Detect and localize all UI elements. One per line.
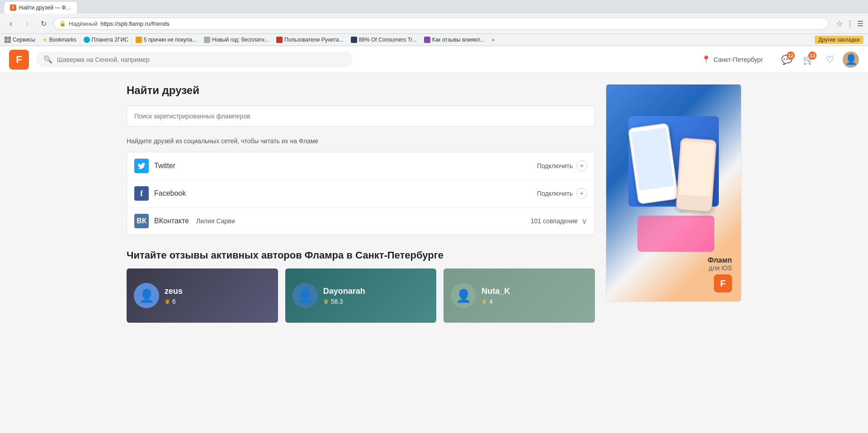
ad-label-text: Фламп	[708, 256, 732, 264]
author-avatar-nutak: 👤	[451, 283, 476, 308]
messages-badge: 12	[787, 52, 795, 60]
ad-sublabel: для iOS	[708, 264, 732, 272]
bookmark-bookmarks[interactable]: ★ Bookmarks	[42, 37, 76, 43]
bookmark-star-icon[interactable]: ☆	[836, 19, 843, 28]
plus-icon: +	[580, 162, 584, 170]
main-content: Найти друзей Найдите друзей из социальны…	[127, 84, 595, 323]
twitter-connect-action[interactable]: Подключить +	[537, 160, 587, 171]
heart-icon: ♡	[826, 54, 834, 65]
twitter-connect-label: Подключить	[537, 162, 573, 169]
browser-tabs: F Найти друзей — Фламп	[0, 0, 868, 14]
app-logo[interactable]: F	[9, 50, 29, 70]
url-text: https://spb.flamp.ru/friends	[100, 20, 170, 27]
back-button[interactable]: ‹	[5, 17, 17, 30]
5reasons-icon	[136, 37, 142, 43]
main-search-bar[interactable]: 🔍	[36, 52, 353, 67]
author-name-dayonarah: Dayonarah	[323, 287, 365, 296]
author-avatar-dayonarah: 👤	[292, 283, 318, 308]
author-avatar-zeus: 👤	[134, 283, 159, 308]
url-bar[interactable]: 🔒 Надёжный https://spb.flamp.ru/friends	[53, 18, 829, 30]
twitter-label: Twitter	[154, 162, 175, 170]
twitter-icon	[134, 159, 149, 173]
phone-accent	[637, 216, 714, 252]
phone-mockup-2	[676, 137, 717, 212]
vk-chevron-down-icon[interactable]: ∨	[581, 216, 587, 226]
bookmark-5reasons[interactable]: 5 причин не покупа...	[136, 37, 197, 43]
page-title: Найти друзей	[127, 84, 595, 97]
lock-label: Надёжный	[69, 20, 98, 27]
cart-button[interactable]: 🛒 13	[799, 51, 817, 69]
crown-icon-dayonarah: ♛	[323, 298, 329, 305]
browser-toolbar: ‹ › ↻ 🔒 Надёжный https://spb.flamp.ru/fr…	[0, 14, 868, 34]
ad-banner: Фламп для iOS F	[606, 84, 741, 302]
bookmark-newyear[interactable]: Новый год: бесплатн...	[204, 37, 269, 43]
bookmark-services[interactable]: Сервисы	[5, 37, 35, 43]
messages-button[interactable]: 💬 12	[778, 51, 796, 69]
rating-value-nutak: 4	[489, 298, 493, 305]
ad-label: Фламп для iOS F	[708, 256, 732, 292]
facebook-f-icon: f	[140, 189, 143, 198]
author-info-zeus: zeus ♛ 6	[165, 287, 183, 305]
user-avatar[interactable]: 👤	[843, 52, 859, 68]
location-selector[interactable]: 📍 Санкт-Петербург	[702, 55, 763, 64]
bookmark-users[interactable]: Пользователи Рунета...	[276, 37, 344, 43]
location-pin-icon: 📍	[702, 55, 711, 64]
more-tabs-icon[interactable]: »	[491, 37, 495, 43]
search-icon: 🔍	[43, 55, 52, 64]
author-rating-dayonarah: ♛ 58.3	[323, 298, 365, 305]
facebook-icon: f	[134, 186, 149, 201]
vk-row: ВК ВКонтакте Лилия Сарви 101 совпадение …	[127, 207, 594, 235]
social-hint-text: Найдите друзей из социальных сетей, чтоб…	[127, 137, 595, 145]
phone-screen-1	[631, 127, 674, 191]
crown-icon-nutak: ♛	[481, 298, 487, 305]
other-bookmarks-button[interactable]: Другие закладки	[815, 36, 863, 44]
star-bookmark-icon: ★	[42, 37, 47, 43]
author-content-dayonarah: 👤 Dayonarah ♛ 58.3	[285, 268, 437, 323]
bookmark-2gis[interactable]: Планета 2ГИС	[84, 37, 128, 43]
phones-visual	[628, 116, 719, 270]
facebook-row: f Facebook Подключить +	[127, 180, 594, 207]
location-label: Санкт-Петербург	[713, 56, 763, 63]
main-search-input[interactable]	[57, 56, 345, 63]
lock-icon: 🔒	[59, 20, 66, 27]
bookmark-consumers[interactable]: 88% Of Consumers Tr...	[351, 37, 417, 43]
ad-app-logo: F	[714, 274, 732, 292]
users-icon	[276, 37, 283, 43]
extensions-icon[interactable]: ⋮	[846, 19, 854, 28]
friends-search-input[interactable]	[127, 106, 595, 127]
facebook-connect-action[interactable]: Подключить +	[537, 188, 587, 199]
vk-user: Лилия Сарви	[196, 217, 235, 225]
author-info-dayonarah: Dayonarah ♛ 58.3	[323, 287, 365, 305]
vk-matches-action[interactable]: 101 совпадение ∨	[531, 216, 587, 226]
tab-active[interactable]: F Найти друзей — Фламп	[5, 2, 77, 14]
reviews-icon	[424, 37, 430, 43]
avatar-icon-dayonarah: 👤	[297, 288, 313, 303]
author-name-zeus: zeus	[165, 287, 183, 296]
vk-icon: ВК	[134, 214, 149, 228]
authors-grid: 👤 zeus ♛ 6 👤	[127, 268, 595, 323]
author-card-dayonarah[interactable]: 👤 Dayonarah ♛ 58.3	[285, 268, 437, 323]
twitter-connect-button[interactable]: +	[576, 160, 587, 171]
bookmarks-bar: Сервисы ★ Bookmarks Планета 2ГИС 5 причи…	[0, 34, 868, 46]
menu-icon[interactable]: ☰	[857, 19, 863, 28]
facebook-connect-label: Подключить	[537, 190, 573, 197]
reload-button[interactable]: ↻	[37, 17, 50, 30]
rating-value-dayonarah: 58.3	[331, 298, 343, 305]
vk-label: ВКонтакте	[154, 217, 189, 225]
bookmark-reviews[interactable]: Как отзывы влияют...	[424, 37, 485, 43]
main-layout: Найти друзей Найдите друзей из социальны…	[118, 73, 750, 334]
sidebar-right: Фламп для iOS F	[606, 84, 741, 323]
facebook-connect-button[interactable]: +	[576, 188, 587, 199]
forward-button[interactable]: ›	[21, 17, 33, 30]
favorites-button[interactable]: ♡	[821, 51, 839, 69]
rating-value-zeus: 6	[172, 298, 176, 305]
author-content-zeus: 👤 zeus ♛ 6	[127, 268, 278, 323]
author-card-zeus[interactable]: 👤 zeus ♛ 6	[127, 268, 278, 323]
author-info-nutak: Nuta_K ♛ 4	[481, 287, 510, 305]
facebook-label: Facebook	[154, 189, 186, 198]
author-card-nutak[interactable]: 👤 Nuta_K ♛ 4	[443, 268, 595, 323]
crown-icon-zeus: ♛	[165, 298, 170, 305]
twitter-row: Twitter Подключить +	[127, 152, 594, 180]
phone-screen-2	[679, 141, 714, 197]
cart-badge: 13	[808, 52, 816, 60]
